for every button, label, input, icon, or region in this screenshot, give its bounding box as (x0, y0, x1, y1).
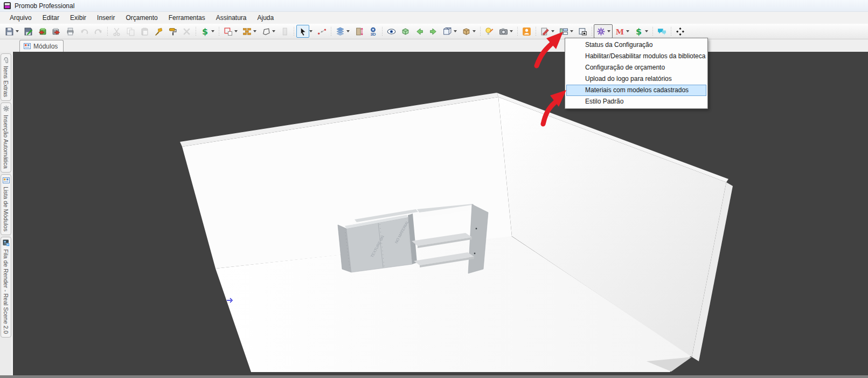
toolbar-separator (380, 26, 384, 37)
show-boxes-dropdown-caret-icon[interactable] (473, 30, 476, 32)
toolbar-separator (650, 26, 655, 37)
configuration-dropdown-caret-icon[interactable] (607, 30, 610, 32)
menu-item-habilitar-desabilitar-modulos-da-biblioteca[interactable]: Habilitar/Desabilitar modulos da bibliot… (566, 51, 706, 62)
select-tool-dropdown-caret-icon[interactable] (309, 30, 313, 32)
menubar-item-editar[interactable]: Editar (37, 12, 65, 23)
measure-icon (317, 27, 327, 36)
person-icon (522, 27, 531, 36)
sidebar-tab-fila-de-render-real-scene-2-0[interactable]: Fila de Render - Real Scene 2.0 (1, 237, 11, 338)
shapes-dropdown-caret-icon[interactable] (272, 30, 275, 32)
visibility-button[interactable] (385, 25, 398, 38)
save-button[interactable] (3, 25, 16, 38)
menu-item-upload-do-logo-para-relatorios[interactable]: Upload do logo para relatórios (566, 73, 706, 85)
structure-button[interactable] (240, 25, 253, 38)
shapes-button[interactable] (259, 25, 272, 38)
menubar-item-exibir[interactable]: Exibir (65, 12, 92, 23)
visibility-group (384, 24, 398, 38)
menubar-item-assinatura[interactable]: Assinatura (211, 12, 252, 23)
render-button[interactable] (538, 25, 551, 38)
print-group (63, 24, 77, 38)
camera-dropdown-caret-icon[interactable] (510, 30, 513, 32)
chat-support-button[interactable] (655, 25, 668, 38)
move-tool-button[interactable] (673, 25, 686, 38)
cut-button (110, 25, 123, 38)
left-sidebar: Itens ExtrasInserção AutomáticaLista de … (0, 52, 13, 375)
camera-icon (499, 27, 508, 36)
view3d-icon: 3D (369, 27, 378, 36)
layers-icon (336, 27, 345, 36)
menubar-item-inserir[interactable]: Inserir (92, 12, 120, 23)
undo-group (77, 24, 91, 38)
promob-m-dropdown-caret-icon[interactable] (626, 30, 629, 32)
menubar-item-ajuda[interactable]: Ajuda (252, 12, 280, 23)
print-button[interactable] (64, 25, 77, 38)
layout-panels-dropdown-caret-icon[interactable] (570, 30, 573, 32)
pricing-dropdown-caret-icon[interactable] (645, 30, 648, 32)
menubar-item-ferramentas[interactable]: Ferramentas (163, 12, 211, 23)
menubar-item-orcamento[interactable]: Orçamento (120, 12, 163, 23)
select-tool-button[interactable] (296, 25, 309, 38)
render-dropdown-caret-icon[interactable] (551, 30, 554, 32)
menu-item-status-da-configuracao[interactable]: Status da Configuração (566, 39, 706, 51)
menu-item-estilo-padrao[interactable]: Estilo Padrão (566, 96, 706, 107)
save-as-button[interactable] (22, 25, 34, 38)
pricing-button[interactable]: $ (632, 25, 645, 38)
selection-button[interactable] (221, 25, 234, 38)
view-cube-button[interactable] (441, 25, 454, 38)
viewport-3d[interactable]: NO MATERIAL TEXTURE ON (13, 52, 868, 375)
save-environment-button[interactable] (576, 25, 589, 38)
camera-button[interactable] (497, 25, 510, 38)
copy-group (123, 24, 137, 38)
eye-icon (387, 27, 396, 36)
selection-rect-icon (224, 27, 233, 36)
lighting-button[interactable] (483, 25, 496, 38)
layers-dropdown-caret-icon[interactable] (346, 30, 350, 32)
layers-button[interactable] (334, 25, 346, 38)
modules-icon (24, 43, 31, 50)
save-dropdown-caret-icon[interactable] (16, 30, 19, 32)
selection-group (221, 24, 240, 38)
insert-module-button[interactable] (399, 25, 412, 38)
sidebar-tab-insercao-automatica[interactable]: Inserção Automática (1, 102, 11, 173)
wall-height-button[interactable] (352, 25, 365, 38)
budget-button[interactable]: $ (198, 25, 211, 38)
move-diamonds-icon (676, 27, 685, 36)
toolbar-separator (291, 26, 296, 37)
navigate-back-group (412, 24, 426, 38)
export-project-button[interactable] (50, 25, 63, 38)
import-project-button[interactable] (36, 25, 48, 38)
sidebar-tab-label: Lista de Módulos (3, 187, 9, 231)
chat-icon (657, 27, 666, 36)
menu-item-materiais-com-modelos-cadastrados[interactable]: Materiais com modelos cadastrados (566, 85, 706, 96)
budget-dropdown-caret-icon[interactable] (211, 30, 214, 32)
configuration-button[interactable] (594, 25, 607, 38)
measure-tool-button[interactable] (315, 25, 328, 38)
navigate-forward-group (426, 24, 440, 38)
svg-text:3D: 3D (370, 31, 376, 36)
layout-panels-button[interactable] (557, 25, 570, 38)
view-3d-button[interactable]: 3D (366, 25, 379, 38)
sidebar-tab-lista-de-modulos[interactable]: Lista de Módulos (1, 174, 11, 235)
structure-dropdown-caret-icon[interactable] (253, 30, 256, 32)
selection-dropdown-caret-icon[interactable] (234, 30, 238, 32)
scene-3d: NO MATERIAL TEXTURE ON (13, 52, 868, 375)
navigate-back-button[interactable] (413, 25, 426, 38)
sidebar-tab-itens-extras[interactable]: Itens Extras (1, 53, 11, 101)
bricks-icon (242, 27, 252, 36)
tab-modulos[interactable]: Módulos (19, 40, 64, 52)
configuration-group (594, 24, 613, 38)
structure-group (240, 24, 259, 38)
promob-m-button[interactable]: M (613, 25, 626, 38)
paint-roller-button[interactable] (166, 25, 179, 38)
client-profile-button[interactable] (520, 25, 533, 38)
menu-item-configuracao-de-orcamento[interactable]: Configuração de orçamento (566, 62, 706, 73)
apply-material-button[interactable] (152, 25, 165, 38)
promob-logo-icon (3, 2, 11, 10)
cut-group (109, 24, 123, 38)
navigate-forward-button[interactable] (427, 25, 440, 38)
show-boxes-button[interactable] (460, 25, 473, 38)
view-cube-dropdown-caret-icon[interactable] (454, 30, 457, 32)
menubar-item-arquivo[interactable]: Arquivo (4, 12, 37, 23)
paperclip-icon (3, 56, 10, 63)
polygon-icon (261, 27, 270, 36)
